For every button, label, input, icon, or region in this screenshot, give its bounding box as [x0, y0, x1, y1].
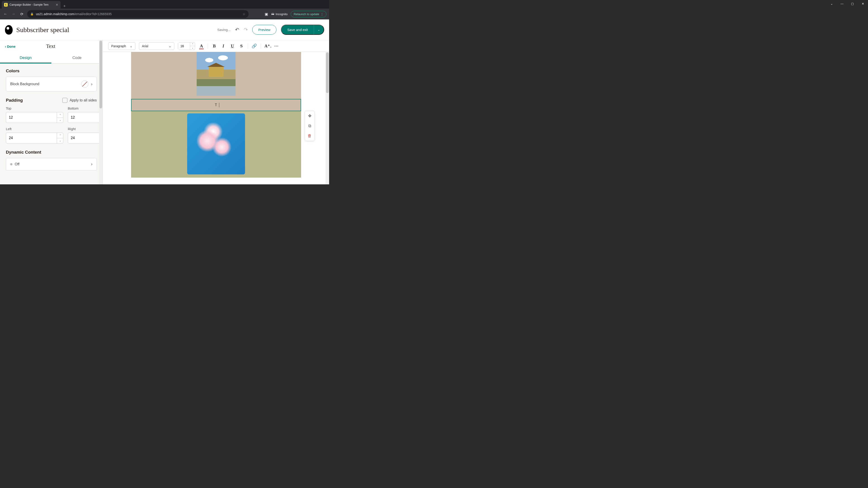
blossom-image — [187, 113, 245, 174]
status-dot-icon — [10, 163, 12, 165]
new-tab-button[interactable]: + — [61, 4, 68, 8]
reload-button-icon[interactable]: ⟳ — [19, 12, 24, 16]
editor-pane: Paragraph ⌄ Arial ⌄ ⌃⌄ A B I U S 🔗 — [103, 40, 329, 184]
dynamic-content-heading: Dynamic Content — [6, 150, 97, 155]
chevron-left-icon: ‹ — [5, 44, 6, 48]
tab-title: Campaign Builder - Sample Tem — [9, 3, 54, 6]
tab-design[interactable]: Design — [0, 53, 51, 63]
text-content: T — [215, 103, 217, 107]
incognito-icon: 🕶 — [271, 12, 274, 16]
paragraph-style-select[interactable]: Paragraph ⌄ — [108, 42, 135, 50]
canvas-scrollbar[interactable] — [326, 52, 329, 184]
done-button[interactable]: ‹ Done — [5, 44, 16, 48]
redo-icon: ↷ — [244, 27, 248, 33]
relaunch-button[interactable]: Relaunch to update ⋮ — [291, 11, 327, 18]
temple-image — [197, 52, 236, 96]
font-size-field[interactable]: ⌃⌄ — [178, 42, 195, 50]
apply-all-sides-label: Apply to all sides — [70, 98, 97, 102]
font-family-select[interactable]: Arial ⌄ — [139, 42, 174, 50]
mailchimp-favicon-icon: C — [4, 3, 8, 6]
separator — [260, 43, 261, 49]
save-status: Saving... — [217, 28, 230, 32]
undo-icon[interactable]: ↶ — [235, 27, 239, 33]
increment-icon[interactable]: ⌃ — [190, 42, 195, 46]
url-path: /email/editor?id=12665935 — [74, 12, 112, 16]
block-floating-toolbar: ✥ ⧉ 🗑 — [305, 111, 315, 141]
font-size-input[interactable] — [178, 42, 190, 50]
separator — [248, 43, 248, 49]
project-title[interactable]: Subbscriber special — [16, 26, 69, 34]
image-block-top[interactable] — [131, 52, 301, 96]
sidebar-scrollbar[interactable] — [99, 40, 103, 184]
dynamic-content-row[interactable]: Off › — [6, 158, 97, 170]
duplicate-block-icon[interactable]: ⧉ — [305, 121, 314, 131]
browser-tab-strip: C Campaign Builder - Sample Tem ✕ + ⌄ — … — [0, 0, 329, 8]
browser-tab[interactable]: C Campaign Builder - Sample Tem ✕ — [2, 1, 61, 8]
italic-icon[interactable]: I — [221, 43, 226, 48]
email-canvas[interactable]: T ✥ ⧉ 🗑 — [103, 52, 329, 184]
close-tab-icon[interactable]: ✕ — [56, 3, 58, 6]
chevron-right-icon: › — [91, 82, 92, 87]
chevron-down-icon: ⌄ — [168, 44, 171, 48]
no-color-swatch-icon — [81, 80, 88, 88]
save-and-exit-button[interactable]: Save and exit — [281, 25, 314, 35]
app-root: Subbscriber special Saving... ↶ ↷ Previe… — [0, 20, 329, 184]
padding-left-input[interactable] — [6, 133, 57, 143]
bookmark-star-icon[interactable]: ☆ — [243, 12, 246, 16]
incognito-badge: 🕶 Incognito — [271, 12, 287, 16]
url-host: us21.admin.mailchimp.com — [36, 12, 74, 16]
decrement-icon[interactable]: ⌄ — [57, 118, 63, 123]
browser-toolbar: ← → ⟳ 🔒 us21.admin.mailchimp.com/email/e… — [0, 8, 329, 20]
sidebar-title: Text — [46, 43, 55, 49]
image-block-bottom[interactable] — [131, 111, 301, 177]
more-options-icon[interactable]: ⋯ — [274, 43, 279, 48]
chevron-right-icon: › — [91, 162, 92, 166]
preview-button[interactable]: Preview — [252, 25, 276, 35]
extensions-icon[interactable]: ▣ — [265, 12, 268, 16]
email-body: T — [131, 52, 301, 177]
padding-right-field[interactable]: ⌃⌄ — [68, 133, 103, 143]
padding-heading: Padding — [6, 98, 62, 103]
padding-top-field[interactable]: ⌃⌄ — [6, 112, 63, 123]
sidebar-content: Colors Block Background › Padding Apply … — [0, 64, 103, 184]
apply-all-sides-checkbox[interactable] — [62, 98, 67, 103]
text-color-icon[interactable]: A — [199, 43, 204, 48]
increment-icon[interactable]: ⌃ — [57, 133, 63, 138]
colors-heading: Colors — [6, 68, 97, 73]
text-block-selected[interactable]: T — [131, 99, 301, 111]
sidebar-tabs: Design Code — [0, 53, 103, 64]
mailchimp-logo-icon[interactable] — [5, 25, 13, 35]
address-bar[interactable]: 🔒 us21.admin.mailchimp.com/email/editor?… — [27, 10, 249, 18]
separator — [208, 43, 208, 49]
padding-bottom-input[interactable] — [68, 112, 103, 123]
save-dropdown-button[interactable]: ⌄ — [314, 25, 324, 35]
padding-top-label: Top — [6, 106, 63, 110]
bold-icon[interactable]: B — [212, 43, 217, 48]
app-header: Subbscriber special Saving... ↶ ↷ Previe… — [0, 20, 329, 40]
increment-icon[interactable]: ⌃ — [57, 112, 63, 118]
padding-left-field[interactable]: ⌃⌄ — [6, 133, 63, 143]
move-block-icon[interactable]: ✥ — [305, 111, 314, 121]
decrement-icon[interactable]: ⌄ — [190, 46, 195, 50]
ai-assist-icon[interactable]: A⁺⌄ — [265, 43, 270, 48]
delete-block-icon[interactable]: 🗑 — [305, 131, 314, 141]
link-icon[interactable]: 🔗 — [252, 43, 257, 48]
block-background-row[interactable]: Block Background › — [6, 76, 97, 92]
back-button-icon[interactable]: ← — [3, 12, 8, 16]
decrement-icon[interactable]: ⌄ — [57, 138, 63, 143]
padding-bottom-field[interactable]: ⌃⌄ — [68, 112, 103, 123]
tab-code[interactable]: Code — [51, 53, 103, 63]
kebab-icon: ⋮ — [320, 12, 323, 16]
underline-icon[interactable]: U — [230, 43, 235, 48]
padding-bottom-label: Bottom — [68, 106, 103, 110]
chevron-down-icon: ⌄ — [130, 44, 132, 48]
padding-right-label: Right — [68, 127, 103, 131]
forward-button-icon: → — [11, 12, 16, 16]
strikethrough-icon[interactable]: S — [239, 43, 244, 48]
padding-left-label: Left — [6, 127, 63, 131]
padding-right-input[interactable] — [68, 133, 103, 143]
lock-icon: 🔒 — [30, 12, 34, 15]
padding-top-input[interactable] — [6, 112, 57, 123]
chevron-down-icon: ⌄ — [318, 28, 320, 31]
property-sidebar: ‹ Done Text Design Code Colors Block Bac… — [0, 40, 103, 184]
